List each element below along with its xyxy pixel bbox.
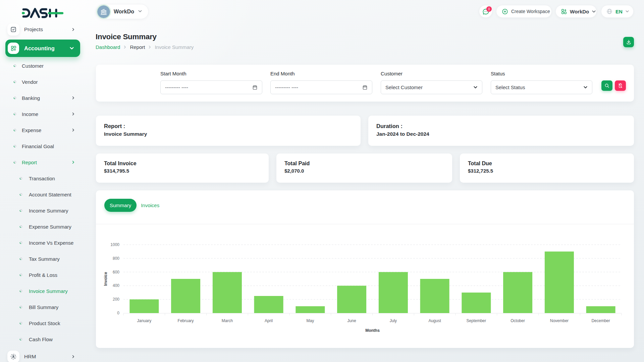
invoice-bar-chart: 02004006008001000JanuaryFebruaryMarchApr… <box>96 224 634 348</box>
sidebar-item-expense-summary[interactable]: Expense Summary <box>0 219 87 235</box>
page-title: Invoice Summary <box>96 33 157 41</box>
sidebar-item-accounting[interactable]: Accounting <box>0 38 87 58</box>
sidebar-item-expense[interactable]: Expense <box>0 122 87 138</box>
sidebar-item-label: Income Summary <box>29 208 68 214</box>
svg-text:Invoice: Invoice <box>103 272 108 286</box>
sidebar-item-hrm[interactable]: HRM <box>0 349 87 362</box>
language-menu[interactable]: EN <box>601 5 634 18</box>
sidebar: ProjectsAccountingCustomerVendorBankingI… <box>0 0 87 362</box>
chevron-down-icon <box>138 9 142 15</box>
sidebar-item-label: HRM <box>24 354 36 360</box>
create-workspace-button[interactable]: Create Workspace <box>496 5 552 18</box>
tab-summary[interactable]: Summary <box>104 199 137 212</box>
bullet-ring-icon <box>13 161 16 164</box>
bullet-ring-icon <box>19 241 22 244</box>
sidebar-item-income-vs-expense[interactable]: Income Vs Expense <box>0 235 87 251</box>
breadcrumb-dashboard[interactable]: Dashboard <box>96 44 120 50</box>
duration-value: Jan-2024 to Dec-2024 <box>376 131 634 137</box>
workspace-switcher[interactable]: WorkDo <box>96 4 149 19</box>
chevron-right-icon <box>71 355 75 359</box>
sidebar-item-profit-loss[interactable]: Profit & Loss <box>0 267 87 283</box>
svg-text:August: August <box>428 318 441 323</box>
plus-circle-icon <box>501 8 508 15</box>
sidebar-item-financial-goal[interactable]: Financial Goal <box>0 138 87 154</box>
bar-june <box>337 286 366 313</box>
bar-october <box>503 272 532 313</box>
bar-december <box>586 306 615 313</box>
sidebar-item-invoice-summary[interactable]: Invoice Summary <box>0 283 87 299</box>
svg-text:January: January <box>137 318 152 323</box>
start-month-label: Start Month <box>160 71 262 76</box>
sidebar-item-label: Report <box>22 160 37 165</box>
sidebar-item-label: Expense <box>22 127 41 133</box>
bullet-ring-icon <box>19 225 22 228</box>
breadcrumb: Dashboard Report Invoice Summary <box>96 44 194 50</box>
bar-september <box>462 293 491 313</box>
customer-select[interactable]: Select Customer <box>381 80 482 94</box>
sidebar-item-label: Vendor <box>22 79 38 85</box>
sidebar-item-label: Projects <box>24 26 43 33</box>
sidebar-nav: ProjectsAccountingCustomerVendorBankingI… <box>0 21 87 362</box>
bar-august <box>420 279 449 313</box>
bullet-ring-icon <box>13 80 16 83</box>
bar-may <box>296 306 325 313</box>
bullet-ring-icon <box>13 64 16 67</box>
download-icon <box>626 39 632 45</box>
svg-text:February: February <box>178 318 194 323</box>
reset-filter-button[interactable] <box>615 80 626 91</box>
sidebar-item-tax-summary[interactable]: Tax Summary <box>0 251 87 267</box>
status-select[interactable]: Select Status <box>491 80 592 94</box>
globe-icon <box>606 8 613 15</box>
chevron-right-icon <box>71 161 75 164</box>
chevron-right-icon <box>123 45 127 49</box>
bar-january <box>129 299 159 313</box>
sidebar-item-customer[interactable]: Customer <box>0 58 87 74</box>
end-month-input[interactable]: --------- ---- <box>270 80 372 94</box>
end-month-value: --------- ---- <box>275 84 298 90</box>
report-label: Report : <box>104 123 361 129</box>
bullet-ring-icon <box>19 306 22 309</box>
grid-plus-icon <box>561 8 567 15</box>
sidebar-item-bill-summary[interactable]: Bill Summary <box>0 299 87 315</box>
sidebar-item-label: Accounting <box>24 45 55 52</box>
sidebar-item-projects[interactable]: Projects <box>0 21 87 38</box>
sidebar-item-label: Invoice Summary <box>29 288 68 294</box>
calendar-icon[interactable] <box>362 85 368 90</box>
workspace-menu[interactable]: WorkDo <box>555 5 597 18</box>
tab-invoices[interactable]: Invoices <box>141 202 159 208</box>
sidebar-item-cash-flow[interactable]: Cash Flow <box>0 331 87 347</box>
summary-chart-card: Summary Invoices 02004006008001000Januar… <box>96 190 634 348</box>
svg-text:June: June <box>347 318 356 323</box>
sidebar-item-label: Profit & Loss <box>29 272 57 278</box>
sidebar-item-account-statement[interactable]: Account Statement <box>0 186 87 202</box>
sidebar-item-product-stock[interactable]: Product Stock <box>0 315 87 331</box>
start-month-value: --------- ---- <box>165 84 188 90</box>
svg-text:July: July <box>390 318 397 323</box>
bullet-ring-icon <box>19 177 22 180</box>
report-info-card: Report : Invoice Summary <box>96 116 361 146</box>
sidebar-item-banking[interactable]: Banking <box>0 90 87 106</box>
sidebar-item-label: Customer <box>22 63 44 69</box>
chevron-down-icon <box>625 9 629 13</box>
sidebar-item-transaction[interactable]: Transaction <box>0 170 87 186</box>
bullet-ring-icon <box>19 338 22 341</box>
apply-filter-button[interactable] <box>601 80 612 91</box>
start-month-input[interactable]: --------- ---- <box>160 80 262 94</box>
calendar-icon[interactable] <box>252 85 258 90</box>
sidebar-item-income-summary[interactable]: Income Summary <box>0 202 87 219</box>
sidebar-item-vendor[interactable]: Vendor <box>0 74 87 90</box>
svg-text:September: September <box>467 318 486 323</box>
svg-text:200: 200 <box>113 297 119 302</box>
chevron-down-icon <box>473 85 478 89</box>
bullet-ring-icon <box>19 322 22 325</box>
report-value: Invoice Summary <box>104 131 361 137</box>
dash-logo[interactable] <box>21 7 64 21</box>
chevron-down-icon <box>592 9 596 14</box>
sidebar-item-label: Cash Flow <box>29 337 53 342</box>
chevron-down-icon <box>583 85 588 89</box>
svg-text:0: 0 <box>117 311 119 315</box>
sidebar-item-report[interactable]: Report <box>0 154 87 170</box>
download-button[interactable] <box>623 37 634 47</box>
sidebar-item-income[interactable]: Income <box>0 106 87 122</box>
status-label: Status <box>491 71 592 76</box>
